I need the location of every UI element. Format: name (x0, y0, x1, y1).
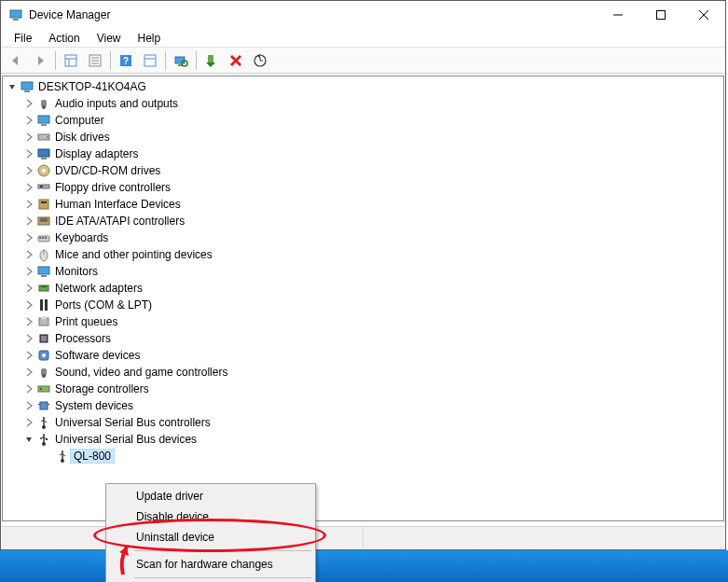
tree-category[interactable]: Ports (COM & LPT) (3, 297, 723, 313)
usb-device-icon (55, 449, 70, 464)
chevron-right-icon[interactable] (23, 299, 34, 311)
tree-category[interactable]: System devices (3, 397, 723, 414)
tree-category[interactable]: IDE ATA/ATAPI controllers (3, 213, 723, 229)
svg-point-64 (40, 388, 42, 390)
svg-rect-65 (40, 402, 48, 409)
tree-category-label: Human Interface Devices (51, 198, 181, 211)
device-category-icon (36, 146, 51, 161)
device-category-icon (36, 197, 51, 212)
chevron-right-icon[interactable] (23, 249, 34, 260)
chevron-right-icon[interactable] (23, 115, 34, 126)
device-category-icon (36, 381, 51, 396)
chevron-right-icon[interactable] (23, 266, 34, 277)
properties-button[interactable] (84, 49, 106, 72)
chevron-right-icon[interactable] (23, 350, 34, 361)
svg-rect-24 (21, 82, 33, 90)
chevron-right-icon[interactable] (23, 283, 34, 294)
chevron-right-icon[interactable] (23, 165, 34, 176)
device-category-icon (36, 230, 51, 245)
chevron-right-icon[interactable] (23, 232, 34, 243)
chevron-right-icon[interactable] (23, 215, 34, 227)
tree-category[interactable]: Computer (3, 112, 723, 129)
svg-rect-18 (178, 64, 182, 66)
action-button[interactable] (139, 49, 161, 72)
minimize-button[interactable] (597, 1, 639, 29)
tree-category-label: System devices (51, 399, 133, 412)
tree-category[interactable]: Keyboards (3, 229, 723, 246)
tree-category[interactable]: Display adapters (3, 146, 723, 162)
chevron-right-icon[interactable] (23, 400, 34, 411)
tree-category[interactable]: Processors (3, 330, 723, 347)
svg-rect-45 (42, 237, 44, 239)
tree-device-selected[interactable]: QL-800 (3, 448, 723, 464)
tree-category[interactable]: Floppy drive controllers (3, 179, 723, 196)
ctx-update-driver[interactable]: Update driver (108, 486, 313, 506)
menu-action[interactable]: Action (41, 30, 87, 47)
device-category-icon (36, 348, 51, 363)
ctx-uninstall-device[interactable]: Uninstall device (108, 527, 313, 547)
chevron-right-icon[interactable] (23, 132, 34, 143)
chevron-right-icon[interactable] (23, 199, 34, 210)
device-tree[interactable]: DESKTOP-41KO4AG Audio inputs and outputs… (2, 76, 724, 521)
chevron-right-icon[interactable] (23, 383, 34, 395)
scan-hardware-button[interactable] (170, 49, 192, 72)
show-hide-tree-button[interactable] (60, 49, 82, 72)
tree-category[interactable]: Software devices (3, 347, 723, 364)
tree-category[interactable]: Universal Serial Bus controllers (3, 414, 723, 431)
tree-category-expanded[interactable]: Universal Serial Bus devices (3, 431, 723, 448)
back-button[interactable] (5, 49, 27, 72)
menu-file[interactable]: File (7, 30, 39, 47)
chevron-right-icon[interactable] (23, 182, 34, 193)
forward-button[interactable] (29, 49, 51, 72)
chevron-right-icon[interactable] (23, 316, 34, 327)
menu-help[interactable]: Help (130, 30, 169, 47)
chevron-down-icon[interactable] (23, 434, 34, 445)
tree-category[interactable]: Print queues (3, 313, 723, 330)
app-icon (8, 7, 23, 22)
svg-rect-56 (41, 316, 47, 319)
chevron-down-icon[interactable] (7, 81, 18, 92)
tree-root[interactable]: DESKTOP-41KO4AG (3, 78, 723, 95)
tree-category-label: Monitors (51, 265, 98, 278)
tree-category[interactable]: Network adapters (3, 280, 723, 297)
tree-category[interactable]: Mice and other pointing devices (3, 246, 723, 263)
tree-device-label: QL-800 (70, 449, 115, 464)
chevron-right-icon[interactable] (23, 417, 34, 428)
svg-point-72 (40, 437, 42, 439)
ctx-scan-hardware[interactable]: Scan for hardware changes (108, 554, 313, 575)
device-category-icon (36, 415, 51, 430)
enable-device-button[interactable] (200, 49, 223, 72)
tree-category-label: Sound, video and game controllers (51, 366, 227, 379)
uninstall-device-button[interactable] (225, 49, 247, 72)
maximize-button[interactable] (639, 1, 682, 29)
tree-category-label: Audio inputs and outputs (51, 97, 178, 110)
update-driver-button[interactable] (249, 49, 271, 72)
tree-category-label: Computer (51, 114, 104, 127)
chevron-right-icon[interactable] (23, 148, 34, 159)
svg-point-60 (42, 353, 46, 357)
tree-category[interactable]: Monitors (3, 263, 723, 280)
tree-category[interactable]: DVD/CD-ROM drives (3, 162, 723, 179)
chevron-right-icon[interactable] (23, 367, 34, 378)
tree-category-label: Keyboards (51, 231, 108, 244)
tree-category-label: Ports (COM & LPT) (51, 298, 152, 312)
titlebar[interactable]: Device Manager (1, 1, 725, 29)
tree-category-label: Floppy drive controllers (51, 181, 171, 194)
close-button[interactable] (682, 1, 725, 29)
tree-category[interactable]: Sound, video and game controllers (3, 364, 723, 381)
svg-rect-36 (38, 185, 49, 188)
ctx-disable-device[interactable]: Disable device (108, 506, 313, 527)
help-button[interactable]: ? (115, 49, 137, 72)
tree-category[interactable]: Disk drives (3, 129, 723, 146)
svg-rect-33 (41, 158, 47, 159)
chevron-right-icon[interactable] (23, 98, 34, 109)
menu-view[interactable]: View (89, 30, 129, 47)
context-menu: Update driver Disable device Uninstall d… (105, 483, 316, 582)
svg-rect-52 (41, 286, 47, 287)
svg-rect-1 (13, 19, 19, 21)
chevron-right-icon[interactable] (23, 333, 34, 344)
svg-rect-66 (38, 404, 40, 405)
tree-category[interactable]: Human Interface Devices (3, 196, 723, 213)
tree-category[interactable]: Audio inputs and outputs (3, 95, 723, 112)
tree-category[interactable]: Storage controllers (3, 381, 723, 397)
